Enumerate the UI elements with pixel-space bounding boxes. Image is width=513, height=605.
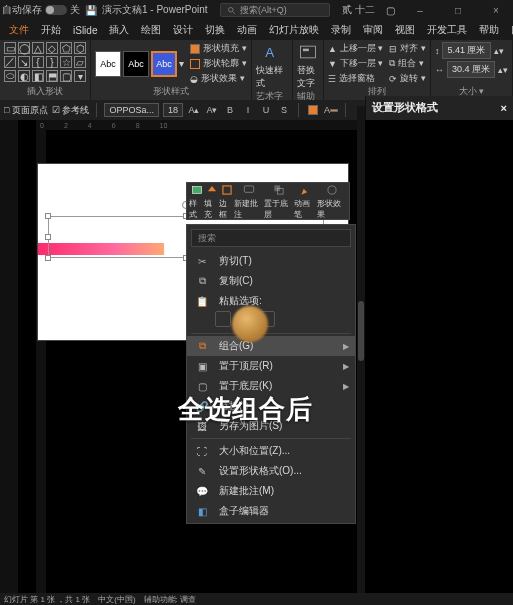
group-label: 辅助功能 <box>297 90 319 100</box>
tab-help[interactable]: 帮助 <box>474 21 504 39</box>
ctx-bring-front[interactable]: ▣置于顶层(R)▶ <box>187 356 355 376</box>
ctx-paste-icons[interactable] <box>187 311 355 331</box>
shapes-gallery[interactable]: ▭◯△◇⬠⬡ ／↘{}☆▱ ⬭◐◧⬒▢▾ <box>4 42 86 82</box>
tab-record[interactable]: 录制 <box>326 21 356 39</box>
svg-point-15 <box>328 185 336 193</box>
mini-anim-pen[interactable]: 动画笔 <box>294 183 317 220</box>
quick-styles-button[interactable]: A 快速样式 <box>256 42 288 90</box>
user-name[interactable]: 贰 十二 <box>342 3 375 17</box>
tab-view[interactable]: 视图 <box>390 21 420 39</box>
underline-button[interactable]: U <box>259 103 273 117</box>
increase-font-icon[interactable]: A▴ <box>187 103 201 117</box>
resize-handle-sw[interactable] <box>45 255 51 261</box>
shape-outline-button[interactable]: 形状轮廓 ▾ <box>190 57 247 70</box>
group-size: ↕ 5.41 厘米 ▴▾ ↔ 30.4 厘米 ▴▾ 大小 ▾ <box>431 40 513 100</box>
mini-new-comment[interactable]: 新建批注 <box>234 183 264 220</box>
ctx-new-comment[interactable]: 💬新建批注(M) <box>187 481 355 501</box>
video-caption: 全选组合后 <box>178 392 313 427</box>
send-backward-button[interactable]: ▼ 下移一层 ▾ <box>328 57 383 70</box>
mini-send-back[interactable]: 置于底层 <box>264 183 294 220</box>
status-bar: 幻灯片 第 1 张 ，共 1 张 中文(中国) 辅助功能: 调查 <box>0 593 513 605</box>
svg-rect-4 <box>303 49 309 52</box>
group-label: 艺术字样式 ▾ <box>256 90 288 100</box>
mini-fill[interactable]: 填充 <box>204 183 219 220</box>
alt-text-button[interactable]: 替换文字 <box>297 42 319 90</box>
window-close[interactable]: × <box>481 1 511 19</box>
window-maximize[interactable]: □ <box>443 1 473 19</box>
group-accessibility: 替换文字 辅助功能 <box>293 40 324 100</box>
tab-review[interactable]: 审阅 <box>358 21 388 39</box>
status-accessibility[interactable]: 辅助功能: 调查 <box>144 594 196 605</box>
ribbon-display-icon[interactable]: ▢ <box>383 3 397 17</box>
shape-fill-button[interactable]: 形状填充 ▾ <box>190 42 247 55</box>
ctx-group[interactable]: ⧉组合(G)▶ <box>187 336 355 356</box>
shape-effects-button[interactable]: ◒形状效果 ▾ <box>190 72 247 85</box>
tab-slideshow[interactable]: 幻灯片放映 <box>264 21 324 39</box>
cursor-highlight-blob <box>232 306 268 342</box>
document-name: 演示文稿1 - PowerPoint <box>102 3 208 17</box>
ctx-copy[interactable]: ⧉复制(C) <box>187 271 355 291</box>
horizontal-ruler: 0246810 <box>36 120 363 130</box>
font-selector[interactable]: OPPOSa... <box>104 103 159 117</box>
group-label: 形状样式 <box>153 85 189 98</box>
thumbnail-strip[interactable] <box>0 120 18 593</box>
style-gallery[interactable]: Abc Abc Abc ▾ <box>95 51 184 77</box>
ctx-box-editor[interactable]: ◧盒子编辑器 <box>187 501 355 521</box>
svg-line-1 <box>233 11 235 13</box>
page-origin-toggle[interactable]: □ 页面原点 <box>4 104 48 117</box>
guides-toggle[interactable]: ☑ 参考线 <box>52 104 90 117</box>
italic-button[interactable]: I <box>241 103 255 117</box>
resize-handle-nw[interactable] <box>45 213 51 219</box>
svg-text:A: A <box>265 45 274 60</box>
tab-file[interactable]: 文件 <box>4 21 34 39</box>
mini-toolbar: 样式 填充 边框 新建批注 置于底层 动画笔 形状效果 <box>186 182 350 220</box>
tab-design[interactable]: 设计 <box>168 21 198 39</box>
resize-handle-w[interactable] <box>45 234 51 240</box>
status-language[interactable]: 中文(中国) <box>98 594 135 605</box>
tab-insert[interactable]: 插入 <box>104 21 134 39</box>
ctx-paste-options: 📋粘贴选项: <box>187 291 355 311</box>
decrease-font-icon[interactable]: A▾ <box>205 103 219 117</box>
align-button[interactable]: ⊟ 对齐 ▾ <box>389 42 426 55</box>
width-input[interactable]: ↔ 30.4 厘米 ▴▾ <box>435 61 508 78</box>
group-quick-styles: A 快速样式 艺术字样式 ▾ <box>252 40 293 100</box>
highlight-button[interactable] <box>306 103 320 117</box>
search-box[interactable]: 搜索(Alt+Q) <box>220 3 330 17</box>
svg-rect-3 <box>300 46 315 58</box>
tab-developer[interactable]: 开发工具 <box>422 21 472 39</box>
titlebar: 自动保存 关 💾 演示文稿1 - PowerPoint 搜索(Alt+Q) 贰 … <box>0 0 513 20</box>
ribbon-body: ▭◯△◇⬠⬡ ／↘{}☆▱ ⬭◐◧⬒▢▾ 插入形状 Abc Abc Abc ▾ … <box>0 40 513 100</box>
group-arrange: ▲ 上移一层 ▾ ▼ 下移一层 ▾ ☰ 选择窗格 ⊟ 对齐 ▾ ⧉ 组合 ▾ ⟳… <box>324 40 431 100</box>
panel-close-icon[interactable]: × <box>501 102 507 114</box>
group-shape-styles: Abc Abc Abc ▾ 形状填充 ▾ 形状轮廓 ▾ ◒形状效果 ▾ 形状样式 <box>91 40 252 100</box>
panel-title: 设置形状格式 <box>372 100 438 115</box>
ctx-cut[interactable]: ✂剪切(T) <box>187 251 355 271</box>
svg-rect-12 <box>245 185 254 191</box>
ctx-format-shape[interactable]: ✎设置形状格式(O)... <box>187 461 355 481</box>
height-input[interactable]: ↕ 5.41 厘米 ▴▾ <box>435 42 508 59</box>
vertical-scrollbar[interactable] <box>357 106 365 593</box>
bold-button[interactable]: B <box>223 103 237 117</box>
mini-outline[interactable]: 边框 <box>219 183 234 220</box>
tab-draw[interactable]: 绘图 <box>136 21 166 39</box>
font-size-selector[interactable]: 18 <box>163 103 183 117</box>
tab-home[interactable]: 开始 <box>36 21 66 39</box>
mini-style[interactable]: 样式 <box>189 183 204 220</box>
tab-islide[interactable]: iSlide <box>68 23 102 38</box>
window-minimize[interactable]: – <box>405 1 435 19</box>
mini-shape-effects[interactable]: 形状效果 <box>317 183 347 220</box>
rotate-button[interactable]: ⟳ 旋转 ▾ <box>389 72 426 85</box>
tab-pa[interactable]: 口袋动画 PA <box>506 21 513 39</box>
strike-button[interactable]: S <box>277 103 291 117</box>
autosave-toggle[interactable]: 自动保存 关 <box>2 3 80 17</box>
qat-save-icon[interactable]: 💾 <box>84 3 98 17</box>
svg-point-0 <box>228 7 233 12</box>
ctx-search[interactable]: 搜索 <box>191 229 351 247</box>
group-button[interactable]: ⧉ 组合 ▾ <box>389 57 426 70</box>
ctx-size-pos[interactable]: ⛶大小和位置(Z)... <box>187 441 355 461</box>
tab-animations[interactable]: 动画 <box>232 21 262 39</box>
tab-transitions[interactable]: 切换 <box>200 21 230 39</box>
bring-forward-button[interactable]: ▲ 上移一层 ▾ <box>328 42 383 55</box>
font-color-button[interactable]: A <box>324 103 338 117</box>
selection-pane-button[interactable]: ☰ 选择窗格 <box>328 72 383 85</box>
